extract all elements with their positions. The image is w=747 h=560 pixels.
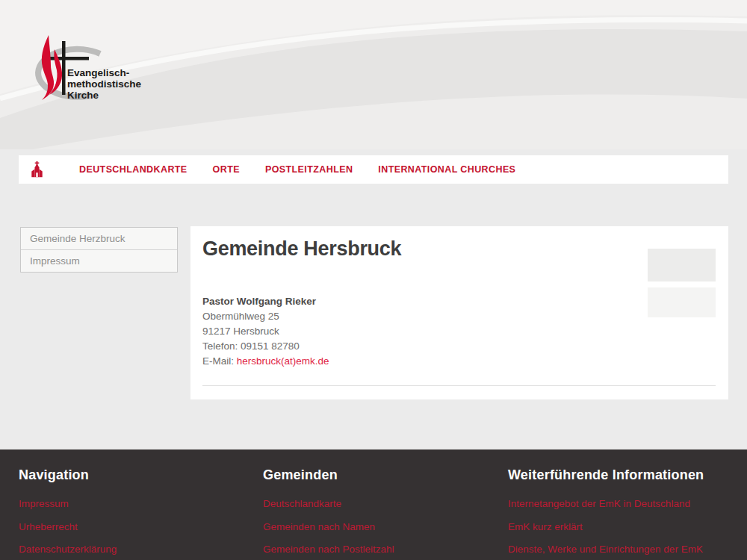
footer-link-gemeinden-nach-postleitzahl[interactable]: Gemeinden nach Postleitzahl xyxy=(263,544,394,555)
footer-link-dienste-werke-einrichtungen[interactable]: Dienste, Werke und Einrichtungen der EmK xyxy=(508,544,704,555)
phone-number: Telefon: 09151 82780 xyxy=(202,339,329,354)
footer-link-urheberrecht[interactable]: Urheberrecht xyxy=(19,522,117,532)
footer-link-deutschlandkarte[interactable]: Deutschlandkarte xyxy=(263,499,394,509)
home-button[interactable] xyxy=(19,155,55,184)
footer-column-navigation: Navigation Impressum Urheberrecht Datens… xyxy=(19,467,117,555)
nav-menu: DEUTSCHLANDKARTE ORTE POSTLEITZAHLEN INT… xyxy=(66,155,528,184)
footer-link-internetangebot-emk[interactable]: Internetangebot der EmK in Deutschland xyxy=(508,499,704,509)
pastor-name: Pastor Wolfgang Rieker xyxy=(202,294,329,309)
sidebar-menu: Gemeinde Herzbruck Impressum xyxy=(20,227,178,273)
emk-logo[interactable]: Evangelisch- methodistische Kirche xyxy=(21,33,144,108)
church-home-icon xyxy=(31,161,43,178)
footer-column-weiterfuehrende-informationen: Weiterführende Informationen Internetang… xyxy=(508,467,704,555)
brand-name-line2: methodistische xyxy=(67,78,142,90)
footer-link-emk-kurz-erklaert[interactable]: EmK kurz erklärt xyxy=(508,522,704,532)
nav-item-deutschlandkarte[interactable]: DEUTSCHLANDKARTE xyxy=(66,155,200,184)
email-line: E-Mail: hersbruck(at)emk.de xyxy=(202,354,329,369)
nav-item-orte[interactable]: ORTE xyxy=(200,155,252,184)
brand-name-line1: Evangelisch- xyxy=(67,67,129,78)
decorative-gray-block-2 xyxy=(648,287,716,317)
street-address: Obermühlweg 25 xyxy=(202,309,329,324)
footer: Navigation Impressum Urheberrecht Datens… xyxy=(0,449,747,560)
main-navbar: DEUTSCHLANDKARTE ORTE POSTLEITZAHLEN INT… xyxy=(19,155,728,184)
footer-link-datenschutzerklaerung[interactable]: Datenschutzerklärung xyxy=(19,544,117,555)
sidebar-item-gemeinde-herzbruck[interactable]: Gemeinde Herzbruck xyxy=(21,228,177,249)
page-title: Gemeinde Hersbruck xyxy=(202,237,401,261)
content-panel: Gemeinde Hersbruck Pastor Wolfgang Rieke… xyxy=(190,226,728,399)
footer-link-gemeinden-nach-namen[interactable]: Gemeinden nach Namen xyxy=(263,522,394,532)
nav-item-postleitzahlen[interactable]: POSTLEITZAHLEN xyxy=(252,155,365,184)
footer-column-gemeinden: Gemeinden Deutschlandkarte Gemeinden nac… xyxy=(263,467,394,555)
brand-name-line3: Kirche xyxy=(67,90,99,101)
sidebar-item-impressum[interactable]: Impressum xyxy=(21,249,177,272)
footer-link-impressum[interactable]: Impressum xyxy=(19,499,117,509)
city-address: 91217 Hersbruck xyxy=(202,324,329,339)
decorative-gray-block-1 xyxy=(648,249,716,281)
footer-heading-navigation: Navigation xyxy=(19,467,117,483)
email-label: E-Mail: xyxy=(202,355,237,367)
nav-item-international-churches[interactable]: INTERNATIONAL CHURCHES xyxy=(365,155,528,184)
email-link[interactable]: hersbruck(at)emk.de xyxy=(237,355,329,367)
content-divider xyxy=(202,385,716,386)
flame-icon xyxy=(42,35,62,100)
footer-heading-weiterfuehrende-informationen: Weiterführende Informationen xyxy=(508,467,704,483)
contact-block: Pastor Wolfgang Rieker Obermühlweg 25 91… xyxy=(202,294,329,369)
footer-heading-gemeinden: Gemeinden xyxy=(263,467,394,483)
